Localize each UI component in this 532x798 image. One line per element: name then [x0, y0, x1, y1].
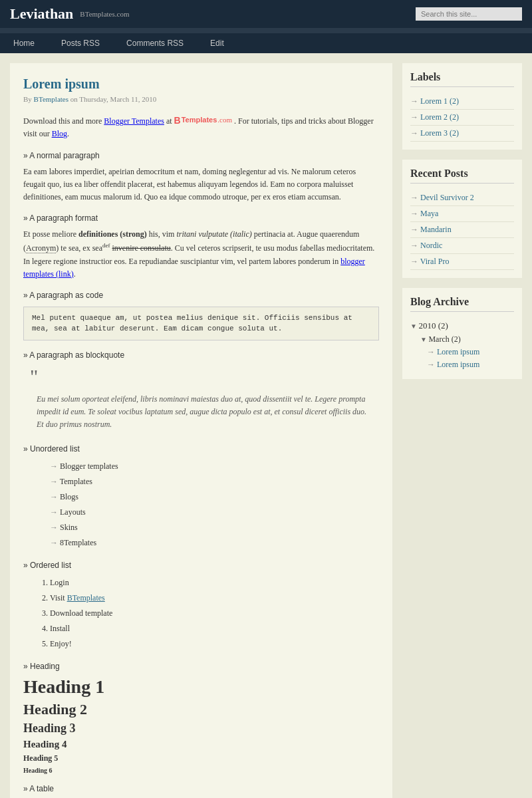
main-content: Lorem ipsum By BTemplates on Thursday, M…: [10, 63, 392, 798]
top-bar: [0, 28, 532, 33]
sidebar: Labels Lorem 1 (2) Lorem 2 (2) Lorem 3 (…: [402, 63, 522, 798]
heading-section: Heading 1 Heading 2 Heading 3 Heading 4 …: [23, 676, 379, 774]
heading-1: Heading 1: [23, 676, 379, 698]
list-item: Download template: [50, 606, 379, 621]
list-item: Mandarin: [410, 222, 514, 238]
archive-post-link-1[interactable]: Lorem ipsum: [437, 347, 479, 356]
ordered-label: » Ordered list: [23, 561, 379, 570]
heading-3: Heading 3: [23, 722, 379, 735]
blockquote-section: " Eu mei solum oporteat eleifend, libris…: [23, 366, 379, 435]
heading-4: Heading 4: [23, 739, 379, 750]
nav-home[interactable]: Home: [0, 33, 48, 53]
nav-edit[interactable]: Edit: [197, 33, 237, 53]
list-item: Devil Survivor 2: [410, 190, 514, 206]
strikethrough-text: invenire consulatu: [112, 243, 170, 253]
labels-title: Labels: [410, 71, 514, 87]
archive-widget: Blog Archive 2010 (2) March (2) Lorem ip…: [402, 288, 522, 379]
archive-year[interactable]: 2010 (2): [410, 319, 514, 333]
code-block: Mel putent quaeque am, ut postea melius …: [23, 307, 379, 340]
archive-post-2: Lorem ipsum: [410, 358, 514, 371]
label-link-1[interactable]: Lorem 1 (2): [410, 96, 459, 106]
blogger-templates-link[interactable]: Blogger Templates: [104, 116, 164, 126]
blockquote-content: Eu mei solum oporteat eleifend, libris n…: [30, 390, 379, 435]
list-item: Maya: [410, 206, 514, 222]
navigation: Home Posts RSS Comments RSS Edit: [0, 33, 532, 53]
recent-post-link-2[interactable]: Maya: [410, 209, 438, 218]
list-item: Viral Pro: [410, 254, 514, 270]
list-item: Layouts: [50, 505, 379, 520]
list-item: Visit BTemplates: [50, 591, 379, 606]
quote-mark: ": [30, 366, 379, 386]
unordered-label: » Unordered list: [23, 444, 379, 454]
list-item: Skins: [50, 520, 379, 535]
acronym-text: Acronym: [26, 243, 56, 253]
labels-widget: Labels Lorem 1 (2) Lorem 2 (2) Lorem 3 (…: [402, 63, 522, 150]
list-item: Lorem 2 (2): [410, 110, 514, 126]
author-link[interactable]: BTemplates: [34, 95, 68, 103]
recent-post-link-4[interactable]: Nordic: [410, 241, 442, 250]
archive-title: Blog Archive: [410, 296, 514, 312]
heading-2: Heading 2: [23, 701, 379, 718]
bold-text: definitiones (strong): [78, 229, 147, 239]
recent-posts-widget: Recent Posts Devil Survivor 2 Maya Manda…: [402, 160, 522, 278]
nav-posts-rss[interactable]: Posts RSS: [48, 33, 113, 53]
recent-posts-list: Devil Survivor 2 Maya Mandarin Nordic Vi…: [410, 190, 514, 270]
label-link-3[interactable]: Lorem 3 (2): [410, 128, 459, 138]
site-header: Leviathan BTemplates.com: [0, 0, 532, 28]
code-label: » A paragraph as code: [23, 291, 379, 300]
recent-post-link-1[interactable]: Devil Survivor 2: [410, 193, 474, 202]
page-wrapper: Lorem ipsum By BTemplates on Thursday, M…: [0, 53, 532, 798]
blogger-templates-link-2[interactable]: blogger templates (link): [23, 257, 365, 279]
unordered-list: Blogger templates Templates Blogs Layout…: [50, 459, 379, 551]
recent-post-link-5[interactable]: Viral Pro: [410, 257, 449, 266]
nav-comments-rss[interactable]: Comments RSS: [113, 33, 197, 53]
blog-link[interactable]: Blog: [52, 129, 67, 138]
archive-post-1: Lorem ipsum: [410, 346, 514, 358]
blockquote-label: » A paragraph as blockquote: [23, 350, 379, 360]
post-meta: By BTemplates on Thursday, March 11, 201…: [23, 95, 379, 103]
search-input[interactable]: [416, 7, 522, 21]
list-item: Blogs: [50, 489, 379, 505]
list-item: Enjoy!: [50, 636, 379, 652]
heading-6: Heading 6: [23, 767, 379, 774]
list-item: Install: [50, 621, 379, 636]
heading-section-label: » Heading: [23, 662, 379, 671]
label-link-2[interactable]: Lorem 2 (2): [410, 112, 459, 122]
btemplates-ordered-link[interactable]: BTemplates: [67, 593, 105, 602]
list-item: Blogger templates: [50, 459, 379, 474]
format-paragraph: Et posse meliore definitiones (strong) h…: [23, 228, 379, 281]
table-label: » A table: [23, 784, 379, 793]
labels-list: Lorem 1 (2) Lorem 2 (2) Lorem 3 (2): [410, 94, 514, 142]
recent-post-link-3[interactable]: Mandarin: [410, 225, 452, 234]
archive-month[interactable]: March (2): [410, 333, 514, 346]
normal-paragraph-label: » A normal paragraph: [23, 151, 379, 160]
list-item: 8Templates: [50, 535, 379, 551]
intro-paragraph: Download this and more Blogger Templates…: [23, 113, 379, 141]
list-item: Lorem 3 (2): [410, 126, 514, 142]
list-item: Templates: [50, 474, 379, 489]
ordered-list: Login Visit BTemplates Download template…: [50, 575, 379, 652]
site-title: Leviathan: [10, 5, 73, 23]
btemplates-header-link[interactable]: BTemplates.com: [80, 10, 129, 18]
italic-text: tritani vulputate (italic): [176, 229, 251, 239]
post-title: Lorem ipsum: [23, 76, 379, 92]
recent-posts-title: Recent Posts: [410, 168, 514, 184]
list-item: Login: [50, 575, 379, 591]
list-item: Nordic: [410, 238, 514, 254]
archive-post-link-2[interactable]: Lorem ipsum: [437, 360, 479, 369]
heading-5: Heading 5: [23, 753, 379, 763]
list-item: Lorem 1 (2): [410, 94, 514, 110]
format-paragraph-label: » A paragraph format: [23, 213, 379, 223]
normal-paragraph: Ea eam labores imperdiet, apeirian democ…: [23, 166, 379, 204]
